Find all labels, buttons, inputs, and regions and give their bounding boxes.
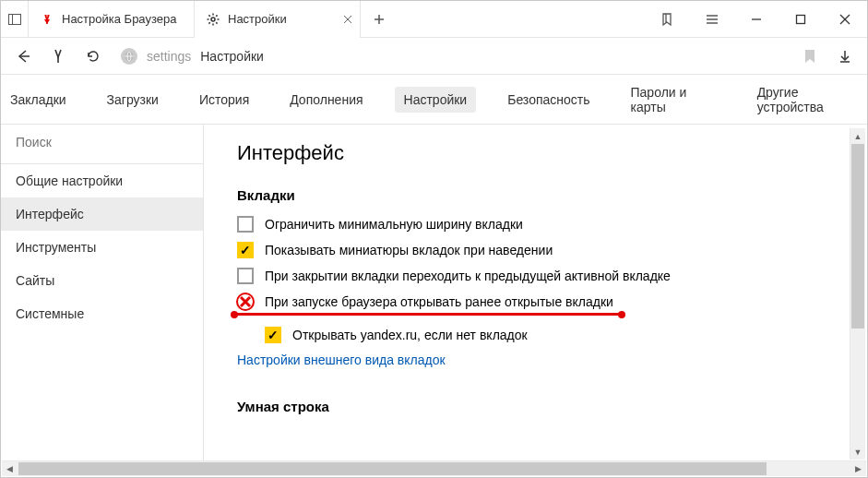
checkbox-label: При запуске браузера открывать ранее отк… (265, 294, 613, 309)
address-host: settings (147, 49, 191, 64)
close-icon[interactable] (343, 15, 352, 24)
address-field[interactable]: settings Настройки (115, 48, 788, 65)
scroll-left-icon[interactable]: ◀ (2, 464, 18, 473)
yandex-home-button[interactable] (45, 43, 71, 69)
horizontal-scrollbar[interactable]: ◀ ▶ (2, 460, 866, 476)
svg-line-8 (208, 15, 209, 16)
settings-sidebar: Общие настройки Интерфейс Инструменты Са… (1, 125, 204, 463)
new-tab-button[interactable] (361, 1, 398, 38)
bookmark-page-button[interactable] (797, 43, 823, 69)
svg-line-9 (216, 22, 217, 23)
tab-passwords[interactable]: Пароли и карты (622, 79, 726, 120)
section-heading-smartbar: Умная строка (237, 399, 839, 414)
scroll-thumb-h[interactable] (18, 462, 767, 475)
checkbox-show-thumbnails[interactable] (237, 242, 254, 258)
checkbox-label: Открывать yandex.ru, если нет вкладок (292, 328, 528, 342)
bookmarks-button[interactable] (646, 1, 690, 38)
tab-label: Настройки (228, 12, 287, 26)
menu-button[interactable] (690, 1, 734, 38)
tab-extensions[interactable]: Дополнения (280, 87, 372, 113)
globe-icon (121, 48, 137, 65)
tab-label: Настройка Браузера (62, 12, 176, 26)
checkbox-open-yandex[interactable] (265, 327, 281, 343)
checkbox-label: Показывать миниатюры вкладок при наведен… (265, 243, 553, 257)
back-button[interactable] (10, 43, 36, 69)
checkbox-label: При закрытии вкладки переходить к предыд… (265, 269, 671, 283)
sidebar-item-system[interactable]: Системные (1, 297, 203, 330)
scroll-down-icon[interactable]: ▼ (850, 444, 865, 460)
sidebar-item-tools[interactable]: Инструменты (1, 231, 203, 264)
svg-rect-20 (797, 15, 805, 23)
section-heading-tabs: Вкладки (237, 187, 839, 203)
tab-browser-setup[interactable]: Настройка Браузера (29, 1, 195, 38)
tab-security[interactable]: Безопасность (498, 87, 599, 113)
tab-other-devices[interactable]: Другие устройства (748, 79, 867, 120)
downloads-button[interactable] (832, 43, 858, 69)
scroll-thumb[interactable] (851, 144, 864, 329)
minimize-button[interactable] (734, 1, 779, 38)
sidebar-item-general[interactable]: Общие настройки (1, 164, 203, 197)
checkbox-goto-previous[interactable] (237, 268, 254, 284)
tab-history[interactable]: История (190, 87, 258, 113)
maximize-button[interactable] (779, 1, 823, 38)
yandex-icon (40, 12, 54, 27)
sidebar-item-interface[interactable]: Интерфейс (1, 197, 203, 231)
sidebar-item-sites[interactable]: Сайты (1, 264, 203, 297)
search-input[interactable] (16, 135, 188, 149)
scroll-up-icon[interactable]: ▲ (850, 128, 865, 144)
scroll-right-icon[interactable]: ▶ (850, 464, 866, 473)
settings-main: Интерфейс Вкладки Ограничить минимальную… (204, 125, 867, 463)
svg-point-3 (211, 18, 215, 21)
checkbox-label: Ограничить минимальную ширину вкладки (265, 217, 523, 232)
svg-rect-0 (8, 14, 20, 24)
address-path: Настройки (200, 49, 264, 64)
settings-tabs: Закладки Загрузки История Дополнения Нас… (1, 75, 867, 125)
tabs-appearance-link[interactable]: Настройки внешнего вида вкладок (237, 353, 839, 367)
close-window-button[interactable] (823, 1, 867, 38)
tab-bookmarks[interactable]: Закладки (1, 87, 76, 113)
x-annotation-icon (236, 293, 255, 311)
tab-settings[interactable]: Настройки (195, 1, 361, 38)
page-title: Интерфейс (237, 141, 839, 165)
gear-icon (206, 12, 220, 27)
tab-settings-inner[interactable]: Настройки (395, 87, 477, 113)
checkbox-limit-min-width[interactable] (237, 216, 254, 233)
svg-line-11 (216, 15, 217, 16)
reload-button[interactable] (80, 43, 106, 69)
svg-line-10 (208, 22, 209, 23)
underline-annotation (234, 313, 622, 316)
sidebar-toggle-button[interactable] (1, 1, 29, 38)
checkbox-restore-tabs[interactable] (237, 293, 254, 310)
vertical-scrollbar[interactable]: ▲ ▼ (850, 128, 865, 460)
tab-downloads[interactable]: Загрузки (98, 87, 168, 113)
